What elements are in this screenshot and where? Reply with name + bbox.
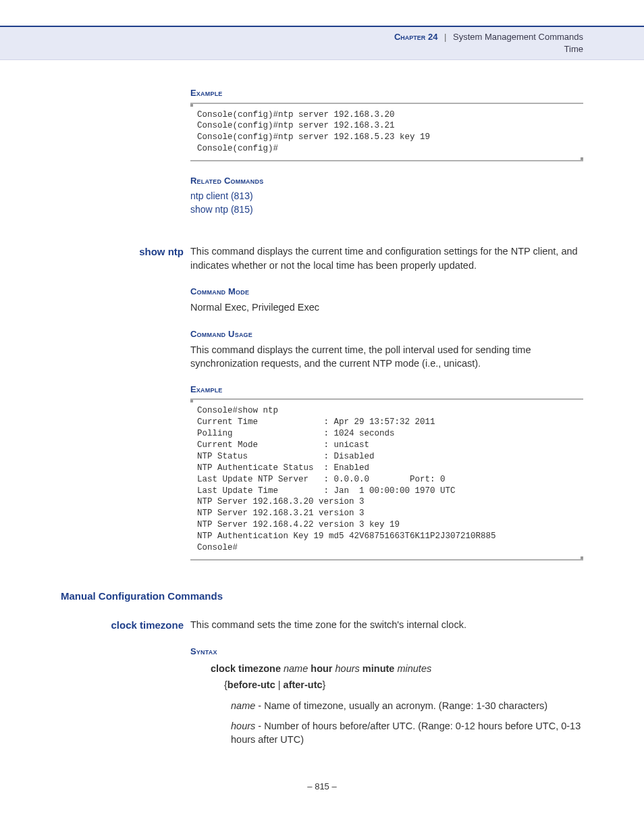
related-commands-heading: Related Commands: [190, 175, 583, 187]
example-code-1: Console(config)#ntp server 192.168.3.20 …: [190, 103, 583, 162]
header-line-1: Chapter 24 | System Management Commands: [0, 31, 583, 43]
param-name-text: - Name of timezone, usually an acronym. …: [255, 700, 547, 711]
command-usage-text: This command displays the current time, …: [190, 343, 583, 371]
syntax-param-name: name: [284, 663, 308, 674]
manual-config-title: Manual Configuration Commands: [61, 589, 583, 603]
header-separator: |: [440, 32, 450, 42]
header-subtitle: Time: [0, 43, 583, 55]
header-top-band: [0, 0, 644, 27]
show-ntp-row: show ntp This command displays the curre…: [61, 244, 583, 272]
show-ntp-name: show ntp: [61, 244, 190, 259]
syntax-opt-before-utc: before-utc: [227, 679, 275, 690]
related-commands-block: Related Commands ntp client (813) show n…: [190, 175, 583, 216]
clock-timezone-row: clock timezone This command sets the tim…: [61, 618, 583, 632]
example-2-heading: Example: [190, 384, 583, 396]
chapter-label: Chapter 24: [394, 32, 437, 42]
syntax-pipe: |: [275, 679, 284, 690]
syntax-param-hours: hours: [336, 663, 360, 674]
clock-timezone-name: clock timezone: [61, 618, 190, 632]
example-1-block: Example Console(config)#ntp server 192.1…: [190, 87, 583, 161]
syntax-kw-hour: hour: [311, 663, 332, 674]
chapter-title: System Management Commands: [453, 32, 583, 42]
syntax-kw-minute: minute: [363, 663, 395, 674]
command-mode-heading: Command Mode: [190, 286, 583, 298]
syntax-heading: Syntax: [190, 646, 583, 658]
page-header: Chapter 24 | System Management Commands …: [0, 27, 644, 60]
syntax-kw-clock-timezone: clock timezone: [211, 663, 281, 674]
command-mode-text: Normal Exec, Privileged Exec: [190, 301, 583, 314]
command-usage-heading: Command Usage: [190, 328, 583, 340]
syntax-line-1: clock timezone name hour hours minute mi…: [211, 662, 583, 675]
syntax-block: clock timezone name hour hours minute mi…: [211, 662, 583, 746]
example-heading: Example: [190, 87, 583, 99]
param-hours-text: - Number of hours before/after UTC. (Ran…: [231, 721, 581, 745]
syntax-line-2: {before-utc | after-utc}: [224, 678, 583, 692]
syntax-brace-close: }: [323, 679, 326, 690]
related-link-show-ntp[interactable]: show ntp (815): [190, 203, 583, 217]
show-ntp-desc: This command displays the current time a…: [190, 244, 583, 272]
syntax-opt-after-utc: after-utc: [284, 679, 323, 690]
param-block: name - Name of timezone, usually an acro…: [231, 699, 583, 747]
content: Example Console(config)#ntp server 192.1…: [0, 60, 644, 812]
clock-timezone-desc: This command sets the time zone for the …: [190, 618, 583, 631]
example-code-2: Console#show ntp Current Time : Apr 29 1…: [190, 398, 583, 560]
page-number: – 815 –: [61, 781, 583, 813]
clock-timezone-details: Syntax clock timezone name hour hours mi…: [190, 646, 583, 747]
related-link-ntp-client[interactable]: ntp client (813): [190, 190, 583, 203]
param-name-label: name: [231, 700, 255, 711]
show-ntp-details: Command Mode Normal Exec, Privileged Exe…: [190, 286, 583, 561]
param-hours-label: hours: [231, 721, 255, 731]
param-hours: hours - Number of hours before/after UTC…: [231, 719, 583, 747]
param-name: name - Name of timezone, usually an acro…: [231, 699, 583, 712]
page: Chapter 24 | System Management Commands …: [0, 0, 644, 813]
syntax-param-minutes: minutes: [397, 663, 431, 674]
